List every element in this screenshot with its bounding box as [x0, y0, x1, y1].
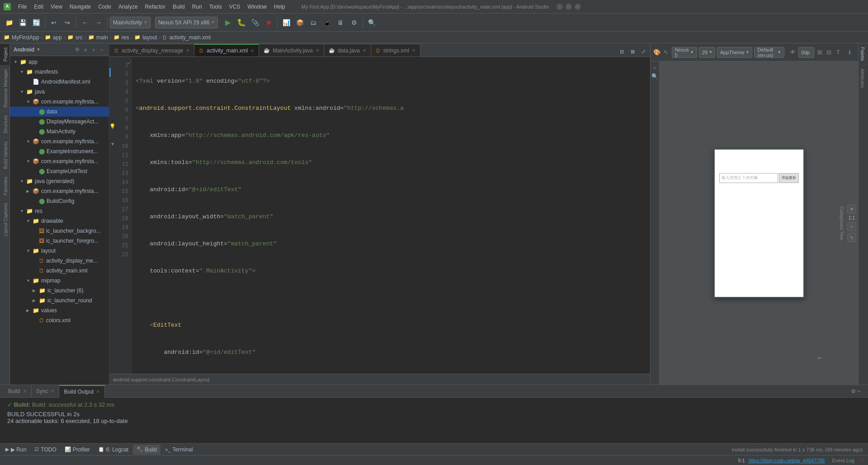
- menu-analyze[interactable]: Analyze: [115, 4, 142, 10]
- locale-dropdown[interactable]: Default (en-us) ▼: [754, 47, 784, 58]
- margin-input[interactable]: 0dp: [798, 47, 814, 58]
- menu-build[interactable]: Build: [169, 4, 189, 10]
- tab-close-0[interactable]: ✕: [186, 48, 189, 53]
- breadcrumb-app2[interactable]: 📁 app: [45, 34, 62, 41]
- tab-data[interactable]: ☕ data.java ✕: [324, 44, 371, 56]
- editor-layout-btn[interactable]: ⊠: [627, 47, 637, 56]
- profiler-btn[interactable]: 📊 Profiler: [61, 445, 94, 455]
- minimize-button[interactable]: −: [557, 4, 563, 10]
- menu-edit[interactable]: Edit: [30, 4, 47, 10]
- tab-build-variants[interactable]: Build Variants: [0, 137, 9, 173]
- tree-buildconfig[interactable]: ⬤ BuildConfig: [10, 196, 109, 206]
- status-url[interactable]: https://blog.csdn.net/qq_44647786: [749, 458, 825, 463]
- tree-pkg3[interactable]: ▼ 📦 com.example.myfirsta...: [10, 156, 109, 166]
- toolbar-search-btn[interactable]: 🔍: [365, 16, 378, 29]
- panel-expand-btn[interactable]: +: [90, 46, 97, 53]
- tree-java[interactable]: ▼ 📁 java: [10, 87, 109, 97]
- toolbar-back-btn[interactable]: ←: [79, 16, 91, 29]
- tab-activity-main[interactable]: 🗋 activity_main.xml ✕: [194, 44, 259, 56]
- menu-tools[interactable]: Tools: [206, 4, 226, 10]
- tree-act-main[interactable]: 🗋 activity_main.xml: [10, 266, 109, 276]
- tree-java-gen[interactable]: ▼ 📁 java (generated): [10, 176, 109, 186]
- tree-androidmanifest[interactable]: 📄 AndroidManifest.xml: [10, 77, 109, 87]
- tree-data[interactable]: ⬤ data: [10, 107, 109, 117]
- editor-zoom-btn[interactable]: ⤢: [638, 47, 648, 56]
- editor-split-btn[interactable]: ⊟: [617, 47, 627, 56]
- tab-favorites[interactable]: Favorites: [0, 173, 9, 199]
- tree-pkg2[interactable]: ▼ 📦 com.example.myfirsta...: [10, 136, 109, 146]
- breadcrumb-src[interactable]: 📁 src: [67, 34, 83, 41]
- toolbar-redo-btn[interactable]: ↪: [61, 16, 74, 29]
- tree-manifests[interactable]: ▼ 📁 manifests: [10, 67, 109, 77]
- tree-res[interactable]: ▼ 📁 res: [10, 206, 109, 216]
- build-tab-output-close[interactable]: ✕: [96, 389, 100, 394]
- toolbar-profile-btn[interactable]: 📊: [280, 16, 292, 29]
- design-palette-btn[interactable]: 🎨: [653, 47, 660, 58]
- tab-mainactivity[interactable]: ☕ MainActivity.java ✕: [259, 44, 324, 56]
- build-tab-output[interactable]: Build Output ✕: [59, 385, 105, 398]
- build-btn[interactable]: 🔨 Build: [133, 445, 160, 455]
- build-tab-sync[interactable]: Sync ✕: [32, 385, 60, 398]
- toolbar-debug-btn[interactable]: 🐛: [235, 16, 248, 29]
- main-activity-dropdown[interactable]: MainActivity ▼: [110, 17, 151, 28]
- tree-ic-launcher-round[interactable]: ▶ 📁 ic_launcher_round: [10, 296, 109, 305]
- menu-navigate[interactable]: Navigate: [66, 4, 94, 10]
- toolbar-forward-btn[interactable]: →: [92, 16, 105, 29]
- tree-layout[interactable]: ▼ 📁 layout: [10, 246, 109, 256]
- toolbar-device-mgr-btn[interactable]: 📱: [321, 16, 333, 29]
- tab-layout-captures[interactable]: Layout Captures: [0, 199, 9, 240]
- palette-cursor-icon[interactable]: ↖: [651, 63, 659, 71]
- menu-window[interactable]: Window: [244, 4, 270, 10]
- toolbar-project-btn[interactable]: 📁: [3, 16, 15, 29]
- zoom-in-btn[interactable]: +: [847, 204, 856, 213]
- code-content[interactable]: <?xml version="1.0" encoding="utf-8"?> <…: [132, 57, 650, 374]
- breadcrumb-app[interactable]: 📁 MyFirstApp: [4, 34, 39, 41]
- menu-view[interactable]: View: [47, 4, 66, 10]
- tree-ic-fg[interactable]: 🖼 ic_launcher_foregro...: [10, 236, 109, 246]
- design-select-btn[interactable]: ↖: [662, 47, 670, 58]
- toolbar-run-btn[interactable]: ▶: [222, 16, 234, 29]
- toolbar-stop-btn[interactable]: ■: [262, 16, 275, 29]
- zoom-fit-btn[interactable]: ⤡: [847, 233, 856, 242]
- build-close-icon[interactable]: −: [857, 388, 861, 395]
- theme-dropdown[interactable]: AppTheme ▼: [717, 47, 753, 58]
- tree-colors[interactable]: 🗋 colors.xml: [10, 315, 109, 325]
- tab-resource-manager[interactable]: Resource Manager: [0, 65, 9, 111]
- preview-button[interactable]: 开始算卦: [779, 173, 799, 183]
- design-snap-btn[interactable]: ⊞: [816, 47, 823, 58]
- tree-drawable[interactable]: ▼ 📁 drawable: [10, 216, 109, 226]
- menu-help[interactable]: Help: [270, 4, 289, 10]
- design-info-btn[interactable]: ℹ: [844, 47, 855, 58]
- panel-layout-btn[interactable]: ≡: [82, 46, 89, 53]
- tree-pkg-gen[interactable]: ▶ 📦 com.example.myfirsta...: [10, 186, 109, 196]
- breadcrumb-main[interactable]: 📁 main: [88, 34, 108, 41]
- terminal-btn[interactable]: >_ Terminal: [161, 445, 197, 455]
- tab-project[interactable]: Project: [0, 43, 9, 65]
- logcat-btn[interactable]: 📋 6: Logcat: [94, 445, 132, 455]
- tab-close-3[interactable]: ✕: [363, 48, 366, 53]
- toolbar-undo-btn[interactable]: ↩: [47, 16, 60, 29]
- close-button[interactable]: ✕: [575, 4, 581, 10]
- device-dropdown[interactable]: Nexus 5X API 29 x86 ▼: [155, 17, 218, 28]
- nexus-dropdown[interactable]: Nexus 5 ▼: [672, 47, 697, 58]
- breadcrumb-layout[interactable]: 📁 layout: [134, 34, 157, 41]
- design-text-btn[interactable]: T: [835, 47, 842, 58]
- build-tab-build-close[interactable]: ✕: [23, 389, 27, 394]
- build-settings-icon[interactable]: ⚙: [851, 387, 855, 395]
- toolbar-attach-btn[interactable]: 📎: [249, 16, 261, 29]
- tree-mainactivity[interactable]: ⬤ MainActivity: [10, 127, 109, 136]
- tree-pkg1[interactable]: ▼ 📦 com.example.myfirsta...: [10, 97, 109, 107]
- menu-file[interactable]: File: [14, 4, 30, 10]
- menu-vcs[interactable]: VCS: [226, 4, 244, 10]
- tab-close-4[interactable]: ✕: [412, 48, 415, 53]
- event-log-label[interactable]: Event Log: [832, 458, 854, 463]
- toolbar-sdk-btn[interactable]: ⚙: [348, 16, 360, 29]
- tree-displaymessage[interactable]: ⬤ DisplayMessageAct...: [10, 117, 109, 127]
- toolbar-avd-btn[interactable]: 🖥: [334, 16, 347, 29]
- breadcrumb-res[interactable]: 📁 res: [113, 34, 129, 41]
- preview-edittext[interactable]: 输入您想占卜的对象: [719, 173, 778, 183]
- design-align-btn[interactable]: ⊟: [825, 47, 832, 58]
- menu-refactor[interactable]: Refactor: [142, 4, 169, 10]
- tree-exampleinstrument[interactable]: ⬤ ExampleInstrument...: [10, 146, 109, 156]
- tree-mipmap[interactable]: ▼ 📁 mipmap: [10, 276, 109, 286]
